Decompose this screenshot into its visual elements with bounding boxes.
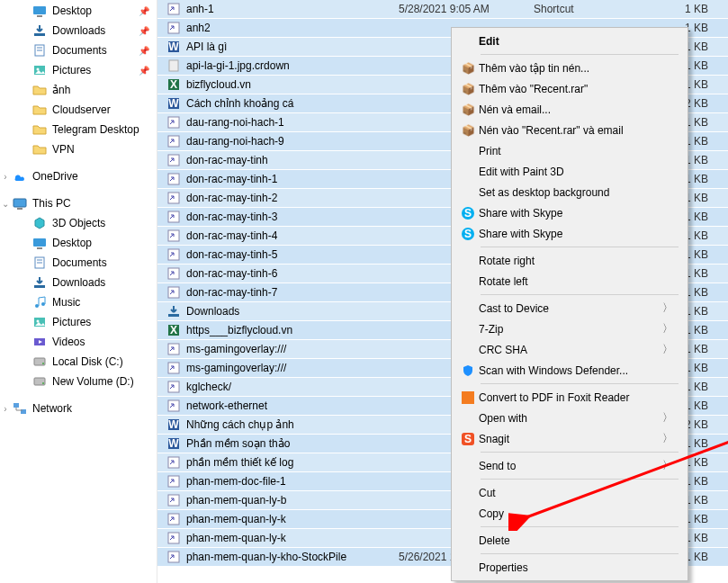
folder-icon	[32, 142, 47, 157]
tree-label: VPN	[52, 143, 75, 156]
svg-point-22	[42, 363, 44, 364]
tree-label: Cloudserver	[52, 103, 111, 116]
winrar-icon: 📦	[457, 124, 479, 137]
chevron-down-icon: ⌄	[0, 199, 11, 209]
tree-item-pictures[interactable]: Pictures	[0, 312, 157, 332]
ctx-compress-recent-email[interactable]: 📦Nén vào "Recent.rar" và email	[454, 120, 686, 140]
svg-rect-25	[13, 403, 19, 408]
shortcut-icon	[166, 247, 181, 262]
tree-label: Desktop	[52, 4, 92, 17]
svg-rect-8	[13, 199, 26, 207]
ctx-add-archive[interactable]: 📦Thêm vào tập tin nén...	[454, 58, 686, 78]
pin-icon: 📌	[139, 66, 149, 76]
ctx-cut[interactable]: Cut	[454, 482, 686, 503]
ctx-add-recent[interactable]: 📦Thêm vào "Recent.rar"	[454, 78, 686, 99]
word-icon: W	[166, 96, 181, 111]
tree-item-documents[interactable]: Documents📌	[0, 40, 157, 60]
tree-item-cloudserver[interactable]: Cloudserver	[0, 100, 157, 120]
tree-network[interactable]: › Network	[0, 399, 157, 418]
winrar-icon: 📦	[457, 62, 479, 75]
file-name: ms-gamingoverlay:///	[186, 343, 399, 355]
file-name: Những cách chụp ảnh	[186, 418, 399, 431]
ctx-snagit[interactable]: SSnagit〉	[454, 428, 686, 449]
tree-label: Documents	[52, 44, 107, 57]
ctx-paint3d[interactable]: Edit with Paint 3D	[454, 161, 686, 182]
shortcut-icon	[166, 229, 181, 243]
tree-item-telegram-desktop[interactable]: Telegram Desktop	[0, 120, 157, 139]
tree-label: Downloads	[52, 24, 105, 37]
ctx-share-skype[interactable]: SShare with Skype	[454, 223, 686, 244]
shortcut-icon	[166, 153, 181, 167]
ctx-copy[interactable]: Copy	[454, 503, 686, 524]
downloads-icon	[32, 275, 47, 290]
tree-this-pc[interactable]: ⌄ This PC	[0, 193, 157, 213]
tree-item-vpn[interactable]: VPN	[0, 139, 157, 159]
ctx-delete[interactable]: Delete	[454, 530, 686, 551]
shortcut-icon	[166, 474, 181, 489]
chevron-right-icon: ›	[0, 172, 11, 182]
svg-text:S: S	[464, 433, 472, 445]
tree-label: Telegram Desktop	[52, 123, 139, 136]
ctx-rotate-left[interactable]: Rotate left	[454, 271, 686, 292]
ctx-defender[interactable]: Scan with Windows Defender...	[454, 360, 686, 381]
ctx-send-to[interactable]: Send to〉	[454, 455, 686, 476]
ctx-rotate-right[interactable]: Rotate right	[454, 250, 686, 271]
ctx-edit[interactable]: Edit	[454, 31, 686, 51]
svg-rect-2	[34, 33, 45, 36]
tree-item-pictures[interactable]: Pictures📌	[0, 60, 157, 80]
tree-item-downloads[interactable]: Downloads	[0, 273, 157, 292]
ctx-set-background[interactable]: Set as desktop background	[454, 182, 686, 202]
ctx-share-skype[interactable]: SShare with Skype	[454, 202, 686, 223]
excel-icon: X	[166, 323, 181, 337]
file-name: don-rac-may-tinh-2	[186, 192, 399, 204]
pc-icon	[13, 196, 27, 211]
ctx-foxit[interactable]: Convert to PDF in Foxit Reader	[454, 387, 686, 408]
tree-item-new-volume-d-[interactable]: New Volume (D:)	[0, 372, 157, 391]
svg-rect-15	[34, 285, 45, 288]
pin-icon: 📌	[139, 6, 149, 16]
shortcut-icon	[166, 512, 181, 526]
ctx-compress-email[interactable]: 📦Nén và email...	[454, 99, 686, 120]
winrar-icon: 📦	[457, 103, 479, 116]
tree-item-downloads[interactable]: Downloads📌	[0, 21, 157, 40]
pin-icon: 📌	[139, 26, 149, 36]
shortcut-icon	[166, 399, 181, 413]
downloads-icon	[166, 304, 181, 318]
onedrive-icon	[13, 169, 27, 184]
chevron-right-icon: 〉	[662, 300, 677, 316]
ctx-properties[interactable]: Properties	[454, 557, 686, 578]
svg-text:W: W	[168, 40, 179, 53]
tree-label: 3D Objects	[52, 217, 105, 229]
file-name: anh2	[186, 22, 399, 34]
tree-item-local-disk-c-[interactable]: Local Disk (C:)	[0, 352, 157, 372]
disk-icon	[32, 374, 47, 389]
tree-onedrive[interactable]: › OneDrive	[0, 166, 157, 186]
svg-text:X: X	[170, 324, 177, 336]
chevron-right-icon: 〉	[662, 410, 677, 426]
ctx-open-with[interactable]: Open with〉	[454, 408, 686, 428]
ctx-cast-to-device[interactable]: Cast to Device〉	[454, 298, 686, 318]
tree-item-desktop[interactable]: Desktop📌	[0, 1, 157, 21]
tree-item-videos[interactable]: Videos	[0, 332, 157, 352]
tree-label: Documents	[52, 256, 107, 269]
shortcut-icon	[166, 210, 181, 224]
chevron-right-icon: 〉	[662, 321, 677, 336]
file-row[interactable]: anh-15/28/2021 9:05 AMShortcut1 KB	[157, 0, 728, 19]
tree-item-ảnh[interactable]: ảnh	[0, 80, 157, 100]
chevron-right-icon: 〉	[662, 431, 677, 446]
3d-icon	[32, 216, 47, 230]
music-icon	[32, 295, 47, 309]
documents-icon	[32, 43, 47, 58]
tree-item-desktop[interactable]: Desktop	[0, 233, 157, 253]
ctx-crc-sha[interactable]: CRC SHA〉	[454, 339, 686, 360]
tree-item-3d-objects[interactable]: 3D Objects	[0, 213, 157, 233]
ctx-print[interactable]: Print	[454, 140, 686, 161]
tree-item-documents[interactable]: Documents	[0, 253, 157, 273]
file-name: dau-rang-noi-hach-9	[186, 135, 399, 148]
word-icon: W	[166, 40, 181, 54]
file-name: ms-gamingoverlay:///	[186, 362, 399, 374]
svg-rect-67	[462, 391, 474, 404]
svg-point-24	[42, 382, 44, 384]
ctx-7zip[interactable]: 7-Zip〉	[454, 318, 686, 339]
tree-item-music[interactable]: Music	[0, 292, 157, 312]
